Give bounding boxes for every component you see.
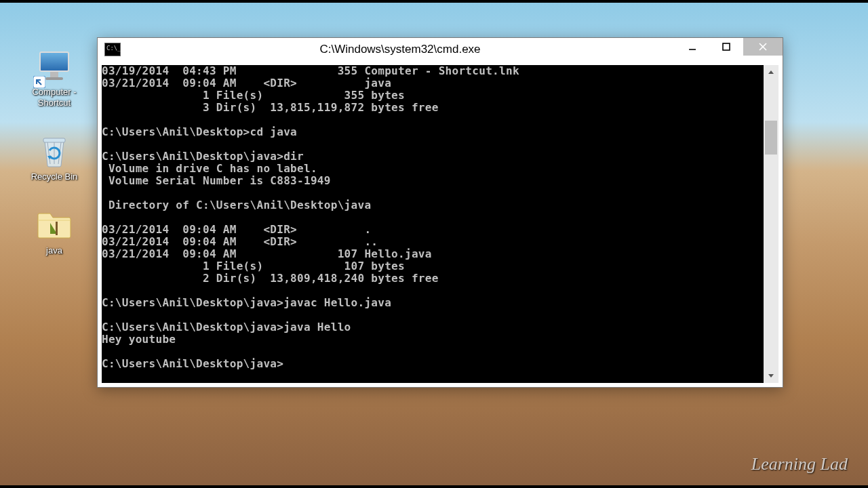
scroll-up-button[interactable] [764,65,778,80]
close-button[interactable] [743,38,783,56]
window-client-area: 03/19/2014 04:43 PM 355 Computer - Short… [102,65,778,383]
console-output[interactable]: 03/19/2014 04:43 PM 355 Computer - Short… [102,65,764,383]
computer-icon [36,47,73,84]
scrollbar-thumb[interactable] [765,121,777,155]
maximize-button[interactable] [709,38,743,56]
scrollbar-track[interactable] [764,80,778,368]
scroll-down-button[interactable] [764,368,778,383]
video-watermark: Learning Lad [751,454,848,474]
vertical-scrollbar[interactable] [764,65,778,383]
minimize-button[interactable] [675,38,709,56]
cmd-window: C:\Windows\system32\cmd.exe 03/19/2014 0… [97,37,783,388]
svg-rect-4 [723,43,730,50]
desktop-icon-label: Computer - Shortcut [20,87,88,108]
letterbox-top [0,0,868,3]
desktop-icon-label: Recycle Bin [31,171,78,182]
desktop-icon-label: java [46,245,62,256]
shortcut-arrow-icon [33,76,45,88]
window-controls [675,38,783,61]
desktop-icon-recycle-bin[interactable]: Recycle Bin [20,132,88,182]
cmd-system-icon[interactable] [104,43,121,56]
titlebar[interactable]: C:\Windows\system32\cmd.exe [98,38,783,61]
svg-rect-1 [43,138,65,142]
desktop-icon-area: Computer - Shortcut Recycle Bin [20,47,95,280]
window-title: C:\Windows\system32\cmd.exe [125,43,675,56]
folder-icon [36,206,73,243]
desktop-icon-computer-shortcut[interactable]: Computer - Shortcut [20,47,88,108]
recycle-bin-icon [36,132,73,169]
svg-rect-2 [56,222,58,235]
desktop-icon-java-folder[interactable]: java [20,206,88,256]
letterbox-bottom [0,485,868,488]
